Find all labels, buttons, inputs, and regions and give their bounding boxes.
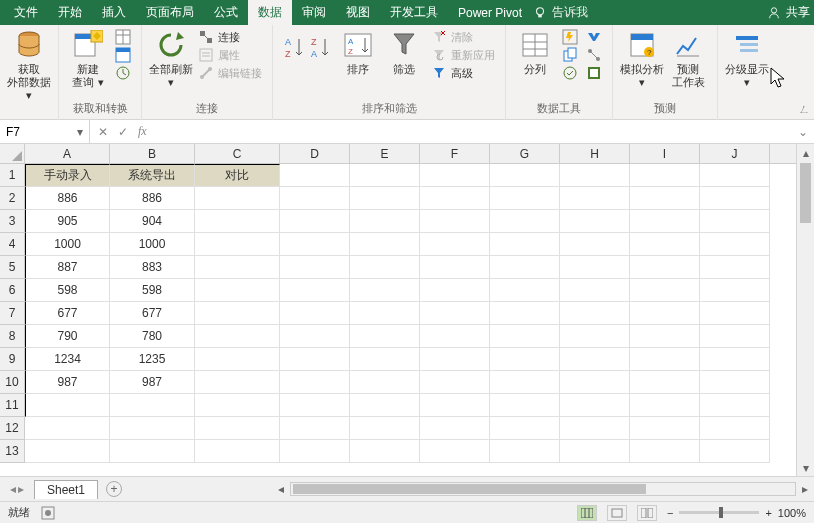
col-header[interactable]: A — [25, 144, 110, 163]
new-query-button[interactable]: 新建查询 ▾ — [65, 27, 111, 89]
sort-asc-button[interactable]: AZ — [283, 35, 305, 61]
cell[interactable] — [560, 417, 630, 440]
cell[interactable]: 904 — [110, 210, 195, 233]
cell[interactable] — [560, 279, 630, 302]
cell[interactable] — [630, 348, 700, 371]
cell[interactable]: 598 — [110, 279, 195, 302]
cell[interactable] — [700, 325, 770, 348]
col-header[interactable]: F — [420, 144, 490, 163]
cell[interactable] — [420, 187, 490, 210]
hscroll-right[interactable]: ▸ — [796, 482, 814, 496]
cell[interactable]: 对比 — [195, 164, 280, 187]
cell[interactable]: 987 — [25, 371, 110, 394]
cell[interactable]: 987 — [110, 371, 195, 394]
row-header[interactable]: 5 — [0, 256, 24, 279]
cell[interactable] — [490, 417, 560, 440]
tab-review[interactable]: 审阅 — [292, 0, 336, 25]
datamodel-button[interactable] — [586, 65, 602, 81]
filter-button[interactable]: 筛选 — [381, 27, 427, 76]
cell[interactable] — [195, 302, 280, 325]
cell[interactable] — [420, 164, 490, 187]
tab-data[interactable]: 数据 — [248, 0, 292, 25]
cell[interactable]: 1235 — [110, 348, 195, 371]
whatif-button[interactable]: ? 模拟分析 ▾ — [619, 27, 665, 89]
zoom-out-button[interactable]: − — [667, 507, 673, 519]
cell[interactable] — [630, 256, 700, 279]
removedup-button[interactable] — [562, 47, 578, 63]
cell[interactable] — [490, 187, 560, 210]
cell[interactable] — [280, 440, 350, 463]
consolidate-button[interactable] — [586, 29, 602, 45]
cell[interactable]: 1234 — [25, 348, 110, 371]
cell[interactable] — [350, 348, 420, 371]
cell[interactable] — [280, 325, 350, 348]
cell[interactable] — [280, 302, 350, 325]
cell[interactable] — [350, 279, 420, 302]
cell[interactable] — [420, 210, 490, 233]
flashfill-button[interactable] — [562, 29, 578, 45]
cell[interactable] — [560, 233, 630, 256]
name-box[interactable] — [6, 125, 66, 139]
tab-view[interactable]: 视图 — [336, 0, 380, 25]
cell[interactable] — [350, 210, 420, 233]
cell[interactable] — [490, 325, 560, 348]
cell[interactable] — [630, 394, 700, 417]
cell[interactable] — [490, 394, 560, 417]
cell[interactable] — [490, 210, 560, 233]
cell[interactable] — [560, 302, 630, 325]
cell[interactable] — [560, 164, 630, 187]
cell[interactable]: 780 — [110, 325, 195, 348]
cell[interactable] — [630, 417, 700, 440]
cell[interactable] — [280, 348, 350, 371]
cell[interactable] — [280, 164, 350, 187]
cell[interactable] — [280, 417, 350, 440]
cell[interactable] — [420, 417, 490, 440]
row-header[interactable]: 2 — [0, 187, 24, 210]
text-to-columns-button[interactable]: 分列 — [512, 27, 558, 76]
cell[interactable] — [420, 348, 490, 371]
cell[interactable] — [490, 279, 560, 302]
cell[interactable]: 883 — [110, 256, 195, 279]
cell[interactable] — [700, 256, 770, 279]
cell[interactable] — [420, 302, 490, 325]
cell[interactable] — [490, 348, 560, 371]
col-header[interactable]: D — [280, 144, 350, 163]
cell[interactable]: 790 — [25, 325, 110, 348]
zoom-in-button[interactable]: + — [765, 507, 771, 519]
cell[interactable] — [110, 417, 195, 440]
cell[interactable] — [110, 394, 195, 417]
cell[interactable] — [420, 256, 490, 279]
horizontal-scrollbar[interactable] — [290, 482, 796, 496]
cell[interactable] — [195, 256, 280, 279]
cell[interactable] — [280, 256, 350, 279]
cell[interactable] — [420, 233, 490, 256]
connections-button[interactable]: 连接 — [198, 29, 262, 45]
cell[interactable] — [490, 164, 560, 187]
cell[interactable] — [630, 164, 700, 187]
from-table-button[interactable] — [115, 47, 131, 63]
cell[interactable] — [110, 440, 195, 463]
cell[interactable] — [195, 348, 280, 371]
tell-me[interactable]: 告诉我 — [532, 4, 588, 21]
col-header[interactable]: G — [490, 144, 560, 163]
recent-sources-button[interactable] — [115, 65, 131, 81]
refresh-all-button[interactable]: 全部刷新 ▾ — [148, 27, 194, 89]
cell[interactable]: 1000 — [110, 233, 195, 256]
datavalidation-button[interactable] — [562, 65, 578, 81]
cell[interactable]: 886 — [110, 187, 195, 210]
expand-formula-bar[interactable]: ⌄ — [798, 125, 808, 139]
cell[interactable] — [280, 233, 350, 256]
cell[interactable] — [350, 325, 420, 348]
col-header[interactable]: I — [630, 144, 700, 163]
select-all-button[interactable] — [0, 144, 25, 164]
sheet-tab[interactable]: Sheet1 — [34, 480, 98, 499]
cell[interactable]: 1000 — [25, 233, 110, 256]
hscroll-left[interactable]: ◂ — [272, 482, 290, 496]
sheet-nav[interactable]: ◂▸ — [0, 482, 34, 496]
tab-formula[interactable]: 公式 — [204, 0, 248, 25]
cell[interactable] — [560, 256, 630, 279]
row-header[interactable]: 8 — [0, 325, 24, 348]
show-queries-button[interactable] — [115, 29, 131, 45]
cell[interactable] — [25, 394, 110, 417]
cell[interactable] — [195, 394, 280, 417]
